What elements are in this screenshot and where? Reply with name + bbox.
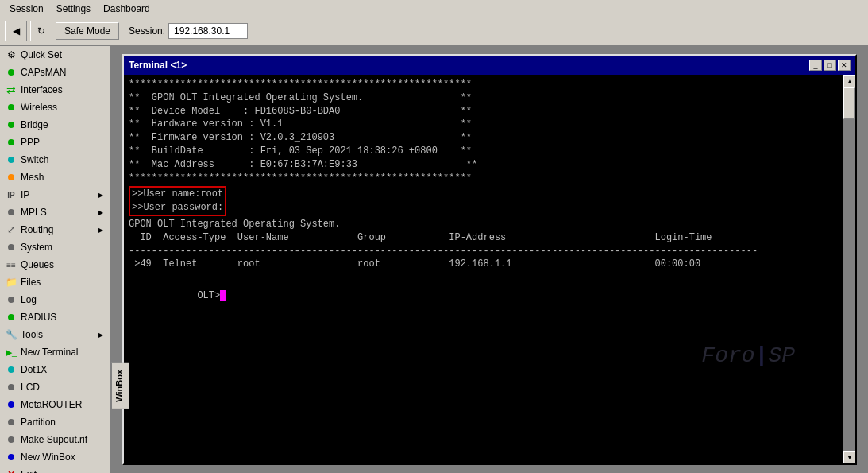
terminal-maximize-button[interactable]: □ bbox=[824, 60, 836, 71]
terminal-line-builddate: ** BuildDate : Fri, 03 Sep 2021 18:38:26… bbox=[129, 145, 838, 158]
routing-icon: ⤢ bbox=[5, 223, 17, 236]
sidebar-item-radius[interactable]: RADIUS bbox=[0, 308, 110, 326]
sidebar-item-exit[interactable]: ✕ Exit bbox=[0, 466, 110, 473]
terminal-line-user: >>User name:root bbox=[132, 188, 223, 201]
radius-icon bbox=[5, 311, 17, 324]
sidebar-item-metarouter[interactable]: MetaROUTER bbox=[0, 396, 110, 413]
sidebar-item-new-terminal[interactable]: ▶_ New Terminal bbox=[0, 343, 110, 361]
terminal-line-firmware: ** Firmware version : V2.0.3_210903 ** bbox=[129, 131, 838, 145]
sidebar-item-interfaces[interactable]: ⇄ Interfaces bbox=[0, 81, 110, 99]
refresh-button[interactable]: ↻ bbox=[30, 21, 52, 41]
menu-bar: Session Settings Dashboard bbox=[0, 0, 868, 17]
back-button[interactable]: ◀ bbox=[5, 21, 27, 41]
new-winbox-icon bbox=[5, 451, 17, 463]
input-highlight-box: >>User name:root >>User password: bbox=[129, 186, 226, 216]
supout-icon bbox=[5, 433, 17, 446]
terminal-title: Terminal <1> bbox=[129, 60, 187, 71]
metarouter-icon bbox=[5, 398, 17, 411]
bridge-icon bbox=[5, 118, 17, 131]
capsman-icon bbox=[5, 66, 17, 79]
partition-icon bbox=[5, 416, 17, 428]
session-label: Session: bbox=[129, 25, 165, 37]
terminal-content[interactable]: ****************************************… bbox=[124, 75, 843, 463]
sidebar-item-lcd[interactable]: LCD bbox=[0, 378, 110, 396]
sidebar-item-new-winbox[interactable]: New WinBox bbox=[0, 448, 110, 466]
sidebar-item-bridge[interactable]: Bridge bbox=[0, 116, 110, 134]
terminal-line-gpon-login: GPON OLT Integrated Operating System. bbox=[129, 218, 838, 231]
terminal-line-table-header: ID Access-Type User-Name Group IP-Addres… bbox=[129, 231, 838, 245]
log-icon bbox=[5, 293, 17, 306]
terminal-body: ****************************************… bbox=[124, 75, 855, 463]
sidebar-item-log[interactable]: Log bbox=[0, 291, 110, 308]
sidebar-item-queues[interactable]: ≡≡ Queues bbox=[0, 256, 110, 273]
watermark: Foro|SP bbox=[701, 343, 795, 368]
terminal-close-button[interactable]: ✕ bbox=[838, 60, 851, 71]
sidebar-item-system[interactable]: System bbox=[0, 238, 110, 256]
dot1x-icon bbox=[5, 363, 17, 376]
ppp-icon bbox=[5, 136, 17, 149]
scroll-down-button[interactable]: ▼ bbox=[843, 451, 855, 463]
scroll-track[interactable] bbox=[843, 87, 855, 451]
sidebar-item-ip[interactable]: IP IP bbox=[0, 186, 110, 204]
terminal-window: Terminal <1> _ □ ✕ *********************… bbox=[122, 54, 857, 465]
menu-settings[interactable]: Settings bbox=[50, 2, 97, 16]
terminal-titlebar: Terminal <1> _ □ ✕ bbox=[124, 56, 855, 75]
cursor bbox=[220, 290, 226, 301]
system-icon bbox=[5, 241, 17, 254]
sidebar-item-mpls[interactable]: MPLS bbox=[0, 204, 110, 221]
session-value: 192.168.30.1 bbox=[168, 23, 248, 39]
menu-session[interactable]: Session bbox=[3, 2, 50, 16]
sidebar-item-make-supout[interactable]: Make Supout.rif bbox=[0, 431, 110, 448]
terminal-line-prompt[interactable]: OLT> bbox=[129, 276, 838, 316]
ip-icon: IP bbox=[5, 188, 17, 201]
sidebar-item-quick-set[interactable]: ⚙ Quick Set bbox=[0, 46, 110, 64]
terminal-line-mac: ** Mac Address : E0:67:B3:7A:E9:33 ** bbox=[129, 158, 838, 172]
sidebar-item-partition[interactable]: Partition bbox=[0, 413, 110, 431]
content-area: Terminal <1> _ □ ✕ *********************… bbox=[111, 46, 868, 473]
terminal-line-gpon: ** GPON OLT Integrated Operating System.… bbox=[129, 91, 838, 105]
files-icon: 📁 bbox=[5, 276, 17, 289]
sidebar-item-capsman[interactable]: CAPsMAN bbox=[0, 64, 110, 81]
main-layout: ⚙ Quick Set CAPsMAN ⇄ Interfaces Wireles… bbox=[0, 46, 868, 473]
sidebar-item-routing[interactable]: ⤢ Routing bbox=[0, 221, 110, 238]
sidebar-item-ppp[interactable]: PPP bbox=[0, 134, 110, 151]
interfaces-icon: ⇄ bbox=[5, 83, 17, 96]
gear-icon: ⚙ bbox=[5, 48, 17, 61]
toolbar: ◀ ↻ Safe Mode Session: 192.168.30.1 bbox=[0, 17, 868, 46]
sidebar-item-files[interactable]: 📁 Files bbox=[0, 273, 110, 291]
terminal-minimize-button[interactable]: _ bbox=[809, 60, 822, 71]
scroll-thumb[interactable] bbox=[843, 87, 855, 119]
terminal-controls: _ □ ✕ bbox=[809, 60, 851, 71]
terminal-scrollbar: ▲ ▼ bbox=[843, 75, 855, 463]
terminal-line-pass: >>User password: bbox=[132, 201, 223, 215]
sidebar-item-mesh[interactable]: Mesh bbox=[0, 169, 110, 186]
mpls-icon bbox=[5, 206, 17, 219]
terminal-line-table-divider: ----------------------------------------… bbox=[129, 245, 838, 258]
switch-icon bbox=[5, 153, 17, 166]
sidebar: ⚙ Quick Set CAPsMAN ⇄ Interfaces Wireles… bbox=[0, 46, 111, 473]
terminal-line-stars2: ****************************************… bbox=[129, 172, 838, 185]
terminal-line-device: ** Device Model : FD1608S-B0-BDA0 ** bbox=[129, 105, 838, 118]
lcd-icon bbox=[5, 381, 17, 394]
terminal-line-table-row: >49 Telnet root root 192.168.1.1 00:00:0… bbox=[129, 258, 838, 271]
exit-icon: ✕ bbox=[5, 468, 17, 473]
menu-dashboard[interactable]: Dashboard bbox=[97, 2, 156, 16]
sidebar-item-switch[interactable]: Switch bbox=[0, 151, 110, 169]
sidebar-item-dot1x[interactable]: Dot1X bbox=[0, 361, 110, 378]
queues-icon: ≡≡ bbox=[5, 258, 17, 271]
tools-icon: 🔧 bbox=[5, 328, 17, 341]
winbox-label[interactable]: WinBox bbox=[111, 363, 129, 409]
safe-mode-button[interactable]: Safe Mode bbox=[56, 22, 119, 40]
scroll-up-button[interactable]: ▲ bbox=[843, 75, 855, 87]
terminal-icon: ▶_ bbox=[5, 346, 17, 359]
terminal-line-hardware: ** Hardware version : V1.1 ** bbox=[129, 118, 838, 131]
wireless-icon bbox=[5, 101, 17, 114]
sidebar-item-wireless[interactable]: Wireless bbox=[0, 99, 110, 116]
mesh-icon bbox=[5, 171, 17, 184]
terminal-line-stars1: ****************************************… bbox=[129, 78, 838, 91]
sidebar-item-tools[interactable]: 🔧 Tools bbox=[0, 326, 110, 343]
